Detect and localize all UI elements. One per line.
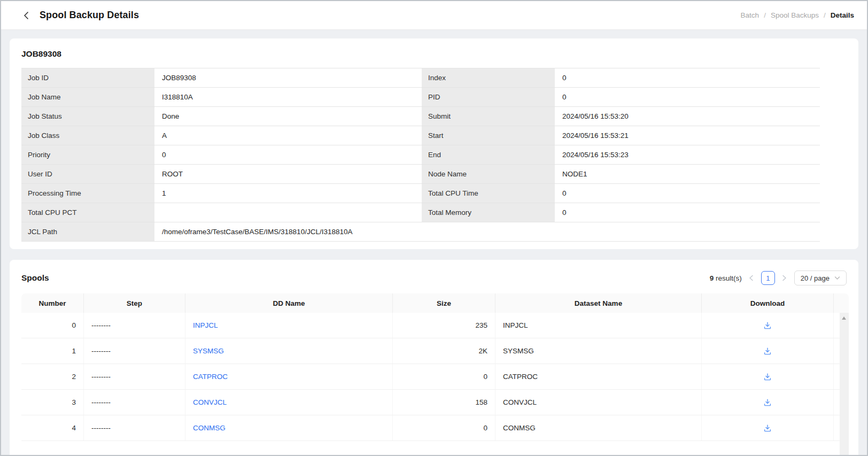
cell-dd-name: CONVJCL bbox=[185, 390, 393, 415]
dd-name-link[interactable]: SYSMSG bbox=[193, 347, 224, 355]
detail-label: User ID bbox=[21, 165, 154, 184]
cell-number: 0 bbox=[21, 313, 84, 338]
column-header-dd-name: DD Name bbox=[185, 293, 393, 313]
cell-size: 235 bbox=[393, 313, 495, 338]
dd-name-link[interactable]: CONVJCL bbox=[193, 398, 227, 406]
cell-dataset-name: CONMSG bbox=[495, 415, 702, 440]
download-icon bbox=[763, 321, 772, 330]
breadcrumb-spool-backups[interactable]: Spool Backups bbox=[771, 11, 819, 19]
spools-table-header: Number Step DD Name Size Dataset Name Do… bbox=[21, 293, 849, 313]
detail-label: Submit bbox=[422, 107, 555, 126]
cell-number: 4 bbox=[21, 415, 84, 440]
dd-name-link[interactable]: INPJCL bbox=[193, 321, 218, 329]
detail-label: Total CPU PCT bbox=[21, 203, 154, 222]
detail-label: Total Memory bbox=[422, 203, 555, 222]
detail-value: 0 bbox=[555, 203, 820, 222]
detail-value: 2024/05/16 15:53:20 bbox=[555, 107, 820, 126]
cell-step: -------- bbox=[84, 390, 185, 415]
next-page-button[interactable] bbox=[781, 274, 788, 282]
detail-value-jcl-path: /home/oframe3/TestCase/BASE/IMS/318810/J… bbox=[154, 222, 820, 242]
detail-value: 0 bbox=[555, 88, 820, 107]
detail-label: Priority bbox=[21, 145, 154, 165]
scroll-up-icon[interactable] bbox=[842, 316, 846, 320]
result-count-number: 9 bbox=[710, 274, 714, 282]
detail-value: 1 bbox=[154, 184, 422, 203]
download-button[interactable] bbox=[762, 320, 773, 331]
detail-label: Node Name bbox=[422, 165, 555, 184]
cell-number: 3 bbox=[21, 390, 84, 415]
result-count: 9 result(s) bbox=[710, 274, 742, 282]
cell-download bbox=[702, 390, 834, 415]
spools-table-body: 0 -------- INPJCL 235 INPJCL 1 -------- … bbox=[21, 313, 849, 441]
detail-value: 0 bbox=[555, 184, 820, 203]
detail-label: Job Class bbox=[21, 126, 154, 145]
back-button[interactable] bbox=[20, 10, 32, 21]
column-header-dataset-name: Dataset Name bbox=[495, 293, 702, 313]
table-row: 0 -------- INPJCL 235 INPJCL bbox=[21, 313, 849, 338]
breadcrumb-separator: / bbox=[824, 11, 826, 19]
page-1-button[interactable]: 1 bbox=[761, 271, 775, 285]
detail-label: Index bbox=[422, 68, 555, 88]
detail-value: 2024/05/16 15:53:21 bbox=[555, 126, 820, 145]
detail-label: Job Name bbox=[21, 88, 154, 107]
download-button[interactable] bbox=[762, 371, 773, 383]
column-header-size: Size bbox=[393, 293, 495, 313]
download-button[interactable] bbox=[762, 397, 773, 408]
detail-value: 2024/05/16 15:53:23 bbox=[555, 145, 820, 165]
cell-step: -------- bbox=[84, 313, 185, 338]
cell-dd-name: INPJCL bbox=[185, 313, 393, 338]
job-details-table: Job ID JOB89308 Index 0 Job Name I318810… bbox=[21, 68, 820, 242]
column-header-number: Number bbox=[21, 293, 84, 313]
detail-value: 0 bbox=[154, 145, 422, 165]
chevron-right-icon bbox=[782, 275, 787, 281]
spools-title: Spools bbox=[21, 273, 49, 283]
cell-step: -------- bbox=[84, 338, 185, 364]
cell-size: 0 bbox=[393, 415, 495, 440]
detail-value bbox=[154, 203, 422, 222]
top-bar: Spool Backup Details Batch / Spool Backu… bbox=[1, 1, 867, 30]
detail-label: Job Status bbox=[21, 107, 154, 126]
table-scrollbar[interactable] bbox=[840, 313, 849, 456]
chevron-left-icon bbox=[749, 275, 754, 281]
detail-label: End bbox=[422, 145, 555, 165]
cell-number: 2 bbox=[21, 364, 84, 389]
cell-size: 2K bbox=[393, 338, 495, 364]
cell-download bbox=[702, 338, 834, 364]
detail-value: I318810A bbox=[154, 88, 422, 107]
breadcrumb-details: Details bbox=[831, 11, 854, 19]
chevron-down-icon bbox=[834, 276, 840, 280]
detail-value: 0 bbox=[555, 68, 820, 88]
spools-card: Spools 9 result(s) 1 20 / page bbox=[10, 260, 858, 456]
table-row: 3 -------- CONVJCL 158 CONVJCL bbox=[21, 390, 849, 415]
pagination: 9 result(s) 1 20 / page bbox=[710, 270, 847, 285]
cell-size: 0 bbox=[393, 364, 495, 389]
breadcrumb-separator: / bbox=[764, 11, 766, 19]
cell-dataset-name: INPJCL bbox=[495, 313, 702, 338]
table-row: 4 -------- CONMSG 0 CONMSG bbox=[21, 415, 849, 441]
page-size-select[interactable]: 20 / page bbox=[794, 270, 847, 285]
dd-name-link[interactable]: CATPROC bbox=[193, 373, 228, 381]
breadcrumb-batch[interactable]: Batch bbox=[741, 11, 759, 19]
cell-dataset-name: SYSMSG bbox=[495, 338, 702, 364]
detail-label: Processing Time bbox=[21, 184, 154, 203]
detail-label: Total CPU Time bbox=[422, 184, 555, 203]
cell-size: 158 bbox=[393, 390, 495, 415]
cell-step: -------- bbox=[84, 364, 185, 389]
cell-download bbox=[702, 415, 834, 440]
download-button[interactable] bbox=[762, 345, 773, 357]
detail-value: Done bbox=[154, 107, 422, 126]
column-header-spacer bbox=[834, 293, 849, 313]
detail-label: Job ID bbox=[21, 68, 154, 88]
detail-label: JCL Path bbox=[21, 222, 154, 242]
spools-header: Spools 9 result(s) 1 20 / page bbox=[21, 270, 847, 285]
download-icon bbox=[763, 398, 772, 407]
detail-value: NODE1 bbox=[555, 165, 820, 184]
detail-value: JOB89308 bbox=[154, 68, 422, 88]
dd-name-link[interactable]: CONMSG bbox=[193, 424, 226, 432]
cell-download bbox=[702, 364, 834, 389]
download-button[interactable] bbox=[762, 422, 773, 434]
page-content: JOB89308 Job ID JOB89308 Index 0 Job Nam… bbox=[1, 30, 867, 456]
prev-page-button[interactable] bbox=[748, 274, 755, 282]
app-window: Spool Backup Details Batch / Spool Backu… bbox=[0, 0, 868, 456]
page-title: Spool Backup Details bbox=[40, 10, 139, 21]
